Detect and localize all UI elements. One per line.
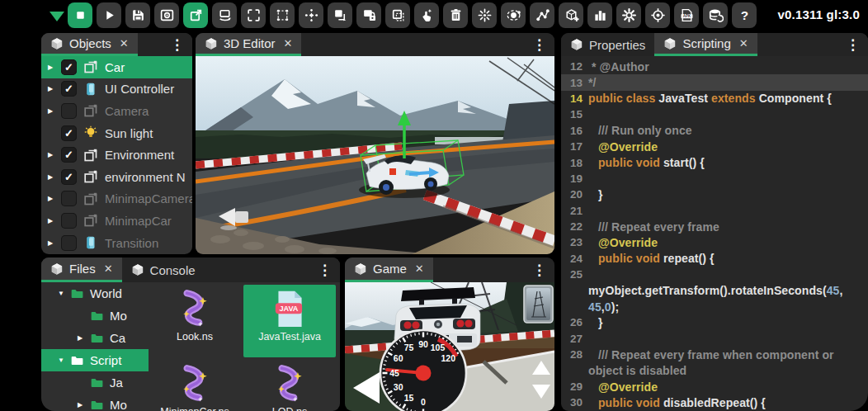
- tree-row-mo-1[interactable]: Mo: [41, 305, 149, 327]
- code-line[interactable]: 26 }: [561, 314, 868, 330]
- code-line[interactable]: 24 public void repeat() {: [561, 251, 868, 267]
- visibility-checkbox[interactable]: ✓: [61, 59, 77, 75]
- code-line[interactable]: myObject.getTransform().rotateInSeconds(…: [561, 282, 868, 298]
- scale-tool-button[interactable]: [241, 2, 266, 28]
- code-line[interactable]: 20 }: [561, 187, 868, 202]
- code-line[interactable]: 21: [561, 203, 868, 219]
- visibility-checkbox[interactable]: ✓: [61, 147, 77, 163]
- objects-menu-button[interactable]: ⋮: [165, 33, 189, 56]
- object-row-minimapcar[interactable]: ▶✓MinimapCar: [41, 210, 192, 232]
- files-menu-button[interactable]: ⋮: [313, 257, 337, 282]
- expand-arrow-icon[interactable]: ▶: [48, 217, 61, 224]
- file-minimapcar-ns[interactable]: MinimapCar.ns: [149, 360, 241, 411]
- tab-game[interactable]: Game✕: [345, 257, 433, 282]
- tree-row-ja-4[interactable]: Ja: [41, 371, 149, 394]
- stats-button[interactable]: [587, 2, 612, 28]
- nodes-button[interactable]: [530, 2, 554, 28]
- object-row-environment[interactable]: ▶✓Environment: [41, 144, 192, 166]
- object-row-sun-light[interactable]: ✓Sun light: [41, 122, 192, 144]
- code-line[interactable]: 13*/: [561, 74, 868, 90]
- object-row-transition[interactable]: ▶✓Transition: [41, 232, 192, 254]
- code-line[interactable]: 17 @Override: [561, 139, 868, 154]
- code-line[interactable]: 15: [561, 106, 868, 122]
- tab-console[interactable]: Console: [122, 257, 205, 282]
- expand-arrow-icon[interactable]: ▶: [48, 85, 61, 92]
- expand-arrow-icon[interactable]: ▶: [48, 64, 61, 71]
- code-editor[interactable]: 12 * @Author13*/14public class JavaTest …: [561, 56, 868, 411]
- object-row-environment-n[interactable]: ▶✓environment N: [41, 166, 192, 188]
- code-line[interactable]: 18 public void start() {: [561, 154, 868, 170]
- 3d-viewport[interactable]: [196, 56, 554, 254]
- visibility-checkbox[interactable]: ✓: [61, 81, 77, 97]
- delete-button[interactable]: [443, 2, 468, 28]
- object-row-car[interactable]: ▶✓Car: [41, 56, 192, 78]
- code-line[interactable]: 30 public void disabledRepeat() {: [561, 394, 868, 410]
- code-line[interactable]: 25: [561, 267, 868, 282]
- close-icon[interactable]: ✕: [739, 37, 748, 50]
- expand-arrow-icon[interactable]: ▶: [48, 173, 61, 181]
- object-row-camera[interactable]: ▶✓Camera: [41, 100, 192, 122]
- tab-files[interactable]: Files✕: [41, 257, 122, 282]
- stop-button[interactable]: [68, 2, 92, 28]
- tree-arrow-icon[interactable]: ▼: [58, 357, 70, 364]
- game-viewport[interactable]: 0153045607590105120: [345, 282, 554, 411]
- move-tool-button[interactable]: [183, 2, 208, 28]
- code-line[interactable]: 28 /// Repeat every frame when component…: [561, 347, 868, 362]
- code-line[interactable]: 22 /// Repeat every frame: [561, 219, 868, 234]
- play-button[interactable]: [97, 2, 121, 28]
- tab-properties[interactable]: Properties: [561, 33, 654, 56]
- preview-button[interactable]: [154, 2, 179, 28]
- tab-scripting[interactable]: Scripting✕: [654, 33, 757, 56]
- help-button[interactable]: ?: [732, 2, 757, 28]
- tree-arrow-icon[interactable]: ▼: [58, 290, 70, 297]
- tree-arrow-icon[interactable]: ▶: [78, 401, 90, 409]
- object-row-minimapcamera[interactable]: ▶✓MinimapCamera: [41, 188, 192, 210]
- rotate-tool-button[interactable]: [212, 2, 237, 28]
- code-line[interactable]: 29 @Override: [561, 379, 868, 394]
- game-menu-button[interactable]: ⋮: [527, 257, 551, 282]
- add-object-button[interactable]: [559, 2, 583, 28]
- effects-button[interactable]: [472, 2, 497, 28]
- gizmo-center[interactable]: [389, 168, 396, 175]
- visibility-checkbox[interactable]: ✓: [61, 125, 77, 141]
- settings-button[interactable]: [616, 2, 641, 28]
- code-line[interactable]: 27: [561, 331, 868, 347]
- export-apk-button[interactable]: APK: [674, 2, 699, 28]
- visibility-checkbox[interactable]: ✓: [61, 169, 77, 185]
- code-line[interactable]: 14public class JavaTest extends Componen…: [561, 91, 868, 106]
- visibility-checkbox[interactable]: ✓: [61, 235, 77, 251]
- file-look-ns[interactable]: Look.ns: [149, 285, 241, 357]
- tree-row-mo-5[interactable]: ▶Mo: [41, 394, 149, 411]
- rect-select-button[interactable]: [270, 2, 295, 28]
- object-row-ui-controller[interactable]: ▶✓UI Controller: [41, 78, 192, 101]
- gizmo-x-arrow[interactable]: [409, 172, 431, 174]
- code-line[interactable]: 19: [561, 171, 868, 187]
- tree-row-world-0[interactable]: ▼World: [41, 282, 149, 305]
- expand-arrow-icon[interactable]: ▶: [48, 195, 61, 202]
- database-refresh-button[interactable]: [703, 2, 728, 28]
- file-javatest-java[interactable]: JAVAJavaTest.java: [243, 285, 336, 357]
- target-button[interactable]: [645, 2, 670, 28]
- code-line[interactable]: object is disabled: [561, 362, 868, 378]
- code-line[interactable]: 45,0);: [561, 299, 868, 314]
- editor-menu-button[interactable]: ⋮: [527, 33, 551, 56]
- close-icon[interactable]: ✕: [415, 262, 424, 275]
- tab-3d-editor[interactable]: 3D Editor✕: [196, 33, 301, 56]
- close-icon[interactable]: ✕: [284, 37, 293, 50]
- expand-arrow-icon[interactable]: ▶: [48, 107, 61, 115]
- save-button[interactable]: [125, 2, 150, 28]
- tree-row-ca-2[interactable]: ▶Ca: [41, 327, 149, 349]
- lock-object-button[interactable]: [356, 2, 381, 28]
- expand-arrow-icon[interactable]: ▶: [48, 151, 61, 158]
- visibility-checkbox[interactable]: ✓: [61, 191, 77, 206]
- close-icon[interactable]: ✕: [104, 262, 113, 275]
- file-lod-ns[interactable]: LOD.ns: [243, 360, 336, 411]
- tree-arrow-icon[interactable]: ▶: [78, 334, 90, 342]
- tab-objects[interactable]: Objects✕: [41, 33, 138, 56]
- code-menu-button[interactable]: ⋮: [841, 33, 865, 56]
- visibility-checkbox[interactable]: ✓: [61, 213, 77, 229]
- copy-button[interactable]: [328, 2, 352, 28]
- code-line[interactable]: 12 * @Author: [561, 59, 868, 74]
- code-line[interactable]: 16 /// Run only once: [561, 123, 868, 139]
- run-config-dropdown-icon[interactable]: [50, 12, 64, 21]
